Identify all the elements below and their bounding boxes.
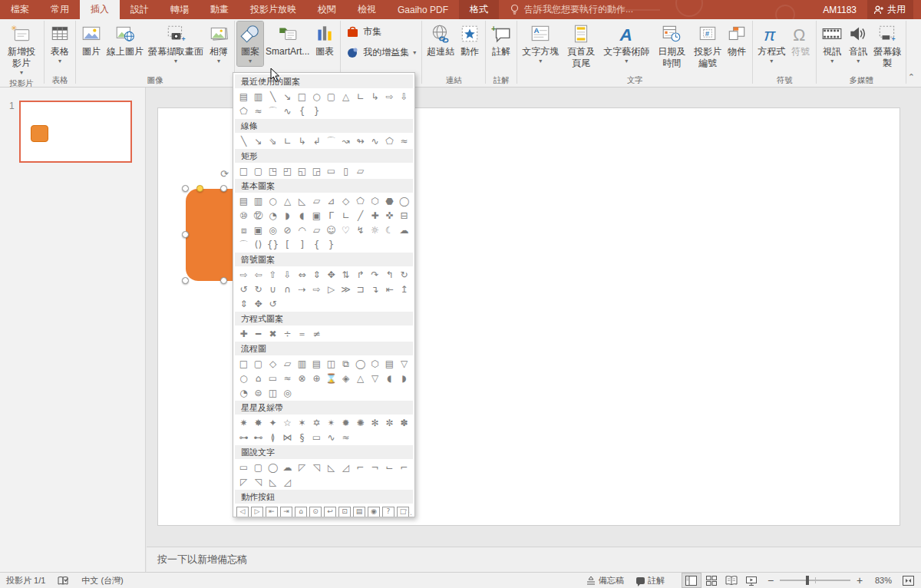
shape-item[interactable]: ✶ bbox=[295, 416, 309, 430]
shape-item[interactable]: ◸ bbox=[236, 475, 251, 489]
shape-item[interactable]: ▽ bbox=[368, 372, 382, 385]
shape-item[interactable]: ◯ bbox=[266, 461, 280, 474]
shape-item[interactable]: ◸ bbox=[295, 461, 309, 474]
audio-button[interactable]: 音訊 bbox=[845, 21, 871, 66]
shape-item[interactable]: △ bbox=[280, 194, 295, 208]
shapes-button[interactable]: 圖案 bbox=[237, 21, 263, 66]
shape-item[interactable]: ✦ bbox=[266, 416, 280, 430]
shape-item[interactable]: ∿ bbox=[324, 431, 338, 444]
shape-item[interactable]: { bbox=[309, 238, 324, 252]
tab-gaaiho-pdf[interactable]: Gaaiho PDF bbox=[387, 0, 459, 19]
shape-item[interactable]: ⇥ bbox=[280, 507, 292, 517]
shape-item[interactable]: ⇨ bbox=[382, 90, 397, 104]
shape-item[interactable]: ⊷ bbox=[251, 431, 266, 444]
screen-recording-button[interactable]: + 螢幕錄製 bbox=[871, 21, 903, 71]
shape-item[interactable]: ▥ bbox=[251, 90, 266, 104]
shape-item[interactable]: ◇ bbox=[266, 357, 280, 371]
shape-item[interactable]: ⌒ bbox=[324, 134, 338, 148]
zoom-level[interactable]: 83% bbox=[869, 573, 898, 588]
shape-item[interactable]: ▱ bbox=[280, 357, 295, 371]
shape-item[interactable]: ▤ bbox=[353, 507, 365, 517]
chart-button[interactable]: 圖表 bbox=[312, 21, 338, 59]
shape-item[interactable]: ▭ bbox=[309, 431, 324, 444]
shape-item[interactable]: ☆ bbox=[280, 416, 295, 430]
online-pictures-button[interactable]: 線上圖片 bbox=[104, 21, 146, 59]
shape-item[interactable]: ◯ bbox=[397, 194, 411, 208]
shape-item[interactable]: ◉ bbox=[368, 507, 380, 517]
shape-item[interactable]: ◈ bbox=[338, 372, 353, 385]
tab-format[interactable]: 格式 bbox=[459, 0, 499, 19]
shape-item[interactable]: ✽ bbox=[397, 416, 411, 430]
shape-item[interactable]: ⊜ bbox=[251, 386, 266, 400]
language-button[interactable]: 中文 (台灣) bbox=[75, 573, 129, 588]
shape-item[interactable]: ▷ bbox=[324, 282, 338, 296]
shape-item[interactable]: ⇩ bbox=[280, 268, 295, 282]
slideshow-view-button[interactable] bbox=[741, 573, 761, 588]
shape-item[interactable]: ⬡ bbox=[368, 357, 382, 371]
shape-item[interactable]: ✚ bbox=[368, 209, 382, 223]
shape-item[interactable]: ╲ bbox=[236, 134, 251, 148]
shape-item[interactable]: ▭ bbox=[236, 461, 251, 474]
shape-item[interactable]: ↝ bbox=[338, 134, 353, 148]
symbol-button[interactable]: Ω 符號 bbox=[787, 21, 814, 59]
shape-item[interactable]: ∟ bbox=[353, 90, 368, 104]
shape-item[interactable]: ◹ bbox=[309, 461, 324, 474]
shape-item[interactable]: ↱ bbox=[353, 268, 368, 282]
shape-item[interactable]: ⇩ bbox=[397, 90, 411, 104]
shape-item[interactable]: ✜ bbox=[382, 209, 397, 223]
new-slide-button[interactable]: ✳ 新增投影片 bbox=[2, 21, 41, 78]
photo-album-button[interactable]: 相簿 bbox=[206, 21, 232, 66]
shape-item[interactable]: ⌛ bbox=[324, 372, 338, 385]
slide-indicator[interactable]: 投影片 1/1 bbox=[0, 573, 51, 588]
shape-item[interactable]: ✥ bbox=[251, 297, 266, 311]
tab-file[interactable]: 檔案 bbox=[0, 0, 40, 19]
shape-item[interactable]: ◫ bbox=[266, 386, 280, 400]
shape-item[interactable]: ▷ bbox=[251, 507, 263, 517]
zoom-slider-track[interactable] bbox=[780, 580, 850, 581]
slide-number-button[interactable]: # 投影片編號 bbox=[692, 21, 724, 71]
shape-item[interactable]: ⬣ bbox=[382, 194, 397, 208]
shape-item[interactable]: ↷ bbox=[368, 268, 382, 282]
shape-item[interactable]: ↳ bbox=[295, 134, 309, 148]
shape-item[interactable]: △ bbox=[353, 372, 368, 385]
zoom-out-button[interactable]: − bbox=[766, 574, 775, 586]
shape-item[interactable]: ▣ bbox=[251, 223, 266, 237]
wordart-button[interactable]: A 文字藝術師 bbox=[601, 21, 652, 66]
rotation-handle[interactable]: ⟳ bbox=[220, 168, 229, 180]
shape-item[interactable]: Γ bbox=[324, 209, 338, 223]
tab-slideshow[interactable]: 投影片放映 bbox=[239, 0, 307, 19]
equation-button[interactable]: π 方程式 bbox=[755, 21, 787, 66]
shape-item[interactable]: ∿ bbox=[368, 134, 382, 148]
shape-item[interactable]: ⊿ bbox=[324, 194, 338, 208]
shape-item[interactable]: □ bbox=[295, 90, 309, 104]
shape-item[interactable]: ↻ bbox=[251, 282, 266, 296]
screenshot-button[interactable]: + 螢幕擷取畫面 bbox=[146, 21, 206, 66]
shape-item[interactable]: ◯ bbox=[353, 357, 368, 371]
shape-item[interactable]: ⇤ bbox=[382, 282, 397, 296]
shape-item[interactable]: ○ bbox=[236, 372, 251, 385]
shape-item[interactable]: ⊘ bbox=[280, 223, 295, 237]
shape-item[interactable]: ⊗ bbox=[295, 372, 309, 385]
shape-item[interactable]: ◖ bbox=[382, 372, 397, 385]
shape-item[interactable]: } bbox=[309, 104, 324, 118]
shape-item[interactable]: ≫ bbox=[338, 282, 353, 296]
shape-item[interactable]: ≈ bbox=[280, 372, 295, 385]
shape-item[interactable]: ∟ bbox=[280, 134, 295, 148]
shape-item[interactable]: ▤ bbox=[236, 90, 251, 104]
hyperlink-button[interactable]: 超連結 bbox=[424, 21, 457, 59]
shape-item[interactable]: ↴ bbox=[368, 282, 382, 296]
shape-item[interactable]: ◎ bbox=[266, 223, 280, 237]
my-addins-button[interactable]: 我的增益集 ▾ bbox=[346, 46, 416, 59]
shape-item[interactable]: ◫ bbox=[324, 357, 338, 371]
shape-item[interactable]: ▱ bbox=[309, 194, 324, 208]
shape-item[interactable]: ▢ bbox=[251, 164, 266, 178]
shape-item[interactable]: ↲ bbox=[309, 134, 324, 148]
date-time-button[interactable]: 日期及時間 bbox=[652, 21, 692, 71]
table-button[interactable]: 表格 bbox=[47, 21, 73, 66]
shape-item[interactable]: ⌒ bbox=[266, 104, 280, 118]
shape-item[interactable]: ☺ bbox=[324, 223, 338, 237]
shape-item[interactable]: ¬ bbox=[368, 461, 382, 474]
shape-item[interactable]: ⋈ bbox=[280, 431, 295, 444]
shape-item[interactable]: ≬ bbox=[266, 431, 280, 444]
textbox-button[interactable]: A 文字方塊 bbox=[520, 21, 561, 66]
